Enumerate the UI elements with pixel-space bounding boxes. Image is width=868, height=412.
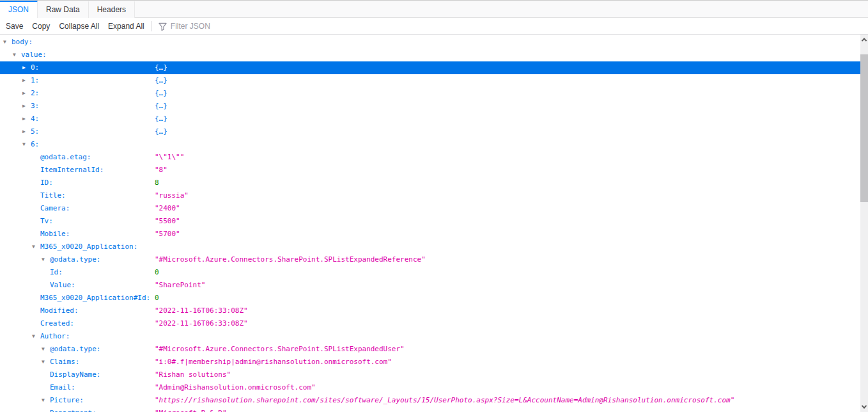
property-value: "\"1\"" xyxy=(155,151,184,164)
json-tree-row[interactable]: Camera:"2400" xyxy=(0,202,860,215)
vertical-scrollbar[interactable] xyxy=(860,35,868,412)
property-value: "2400" xyxy=(155,202,180,215)
property-key: 0: xyxy=(31,61,39,74)
property-value: "SharePoint" xyxy=(155,279,205,292)
json-tree-row[interactable]: M365_x0020_Application#Id:0 xyxy=(0,292,860,305)
collapse-twisty-icon[interactable]: ▼ xyxy=(42,253,49,266)
tab-json[interactable]: JSON xyxy=(0,1,38,18)
filter-funnel-icon xyxy=(159,22,167,30)
tab-headers-label: Headers xyxy=(97,5,126,14)
filter-placeholder: Filter JSON xyxy=(171,22,210,31)
expand-twisty-icon[interactable]: ▶ xyxy=(22,74,30,87)
save-button[interactable]: Save xyxy=(1,19,27,34)
json-tree-row[interactable]: ▼6: xyxy=(0,138,860,151)
json-tree: ▼body:▼value:▶0:{…}▶1:{…}▶2:{…}▶3:{…}▶4:… xyxy=(0,36,860,412)
property-value: {…} xyxy=(155,74,167,87)
property-value: 0 xyxy=(155,292,159,305)
collapse-all-button[interactable]: Collapse All xyxy=(54,19,104,34)
property-value: "2022-11-16T06:33:08Z" xyxy=(155,305,248,317)
property-key: DisplayName: xyxy=(50,368,100,381)
json-tree-row[interactable]: ▼M365_x0020_Application: xyxy=(0,241,860,253)
expand-twisty-icon[interactable]: ▶ xyxy=(22,113,30,125)
json-tree-row[interactable]: Value:"SharePoint" xyxy=(0,279,860,292)
scroll-down-button[interactable] xyxy=(860,402,868,412)
collapse-twisty-icon[interactable]: ▼ xyxy=(22,138,30,151)
tab-json-label: JSON xyxy=(8,5,29,14)
json-tree-row[interactable]: ▶5:{…} xyxy=(0,125,860,138)
scrollbar-thumb[interactable] xyxy=(860,54,868,202)
property-key: 2: xyxy=(31,87,39,100)
property-value: "#Microsoft.Azure.Connectors.SharePoint.… xyxy=(155,253,426,266)
expand-twisty-icon[interactable]: ▶ xyxy=(22,125,30,138)
json-tree-row[interactable]: ▼Picture:"https://rishansolution.sharepo… xyxy=(0,394,860,407)
json-tree-row[interactable]: ItemInternalId:"8" xyxy=(0,164,860,177)
property-key: Claims: xyxy=(50,356,79,368)
collapse-twisty-icon[interactable]: ▼ xyxy=(42,394,49,407)
collapse-twisty-icon[interactable]: ▼ xyxy=(3,36,11,49)
property-value: 8 xyxy=(155,177,159,189)
json-tree-row[interactable]: ▼Claims:"i:0#.f|membership|admin@rishans… xyxy=(0,356,860,368)
json-tree-row[interactable]: Title:"russia" xyxy=(0,189,860,202)
property-key: ItemInternalId: xyxy=(40,164,104,177)
collapse-twisty-icon[interactable]: ▼ xyxy=(32,330,40,343)
tab-headers[interactable]: Headers xyxy=(89,1,135,18)
property-key: M365_x0020_Application: xyxy=(40,241,137,253)
expand-twisty-icon[interactable]: ▶ xyxy=(22,61,30,74)
json-tree-row[interactable]: @odata.etag:"\"1\"" xyxy=(0,151,860,164)
property-key: @odata.type: xyxy=(50,253,100,266)
json-tree-row[interactable]: DisplayName:"Rishan solutions" xyxy=(0,368,860,381)
json-tree-row[interactable]: ▶1:{…} xyxy=(0,74,860,87)
property-key: Title: xyxy=(40,189,66,202)
chevron-up-icon xyxy=(862,38,867,43)
json-tree-row[interactable]: Email:"Admin@Rishansolution.onmicrosoft.… xyxy=(0,381,860,394)
json-tree-row[interactable]: Id:0 xyxy=(0,266,860,279)
copy-button[interactable]: Copy xyxy=(27,19,54,34)
property-value: "2022-11-16T06:33:08Z" xyxy=(155,317,248,330)
json-tree-row[interactable]: Tv:"5500" xyxy=(0,215,860,228)
property-key: body: xyxy=(12,36,33,49)
json-tree-row[interactable]: ▶0:{…} xyxy=(0,61,860,74)
tab-raw-data[interactable]: Raw Data xyxy=(38,1,89,18)
expand-twisty-icon[interactable]: ▶ xyxy=(22,100,30,113)
scroll-up-button[interactable] xyxy=(860,35,868,45)
json-tree-row[interactable]: ▼@odata.type:"#Microsoft.Azure.Connector… xyxy=(0,253,860,266)
json-toolbar: Save Copy Collapse All Expand All Filter… xyxy=(0,18,868,35)
json-tree-row[interactable]: ▼value: xyxy=(0,49,860,61)
collapse-twisty-icon[interactable]: ▼ xyxy=(32,241,40,253)
collapse-twisty-icon[interactable]: ▼ xyxy=(42,356,49,368)
property-key: ID: xyxy=(40,177,53,189)
collapse-twisty-icon[interactable]: ▼ xyxy=(42,343,49,356)
property-value: "i:0#.f|membership|admin@rishansolution.… xyxy=(155,356,392,368)
json-tree-row[interactable]: Department:"Microsoft R & D" xyxy=(0,407,860,412)
json-tree-row[interactable]: ID:8 xyxy=(0,177,860,189)
property-key: 3: xyxy=(31,100,39,113)
filter-json-input[interactable]: Filter JSON xyxy=(153,19,215,34)
property-key: 5: xyxy=(31,125,39,138)
property-value[interactable]: "https://rishansolution.sharepoint.com/s… xyxy=(155,394,734,407)
json-tree-row[interactable]: ▶2:{…} xyxy=(0,87,860,100)
json-tree-row[interactable]: Mobile:"5700" xyxy=(0,228,860,241)
property-value: {…} xyxy=(155,87,167,100)
property-key: 1: xyxy=(31,74,39,87)
property-key: @odata.type: xyxy=(50,343,100,356)
json-tree-row[interactable]: ▼body: xyxy=(0,36,860,49)
json-tree-row[interactable]: ▼@odata.type:"#Microsoft.Azure.Connector… xyxy=(0,343,860,356)
json-tree-row[interactable]: ▶4:{…} xyxy=(0,113,860,125)
property-value: "Rishan solutions" xyxy=(155,368,231,381)
property-key: Department: xyxy=(50,407,97,412)
expand-all-button[interactable]: Expand All xyxy=(104,19,149,34)
collapse-twisty-icon[interactable]: ▼ xyxy=(13,49,20,61)
json-tree-row[interactable]: ▼Author: xyxy=(0,330,860,343)
json-tree-panel: ▼body:▼value:▶0:{…}▶1:{…}▶2:{…}▶3:{…}▶4:… xyxy=(0,35,868,412)
property-key: M365_x0020_Application#Id: xyxy=(40,292,150,305)
json-tree-row[interactable]: Modified:"2022-11-16T06:33:08Z" xyxy=(0,305,860,317)
expand-twisty-icon[interactable]: ▶ xyxy=(22,87,30,100)
json-tree-row[interactable]: Created:"2022-11-16T06:33:08Z" xyxy=(0,317,860,330)
json-tree-row[interactable]: ▶3:{…} xyxy=(0,100,860,113)
property-value: {…} xyxy=(155,125,167,138)
property-key: Modified: xyxy=(40,305,79,317)
property-key: Mobile: xyxy=(40,228,70,241)
chevron-down-icon xyxy=(862,403,867,408)
property-key: 6: xyxy=(31,138,39,151)
property-key: Created: xyxy=(40,317,74,330)
